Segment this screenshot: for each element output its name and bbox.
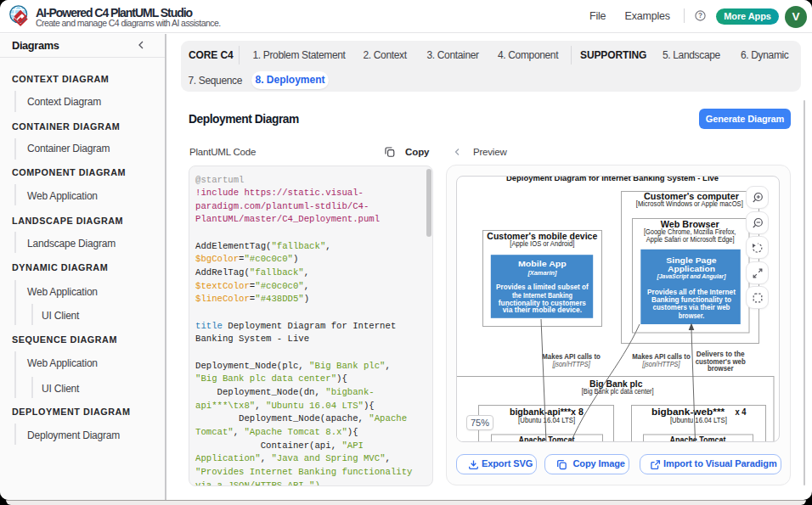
svg-text:Delivers to the: Delivers to the [696,351,745,358]
svg-text:x 4: x 4 [736,407,747,417]
svg-text:Apple Safari or Microsoft Edge: Apple Safari or Microsoft Edge] [646,236,735,244]
svg-text:Customer's mobile device: Customer's mobile device [487,231,597,241]
svg-text:Provides all of the Internet: Provides all of the Internet [647,288,736,296]
svg-text:[Ubuntu 16.04 LTS]: [Ubuntu 16.04 LTS] [670,417,727,424]
svg-text:Single Page: Single Page [666,255,717,265]
svg-text:browser: browser [708,365,734,373]
svg-text:Apache Tomcat: Apache Tomcat [519,435,575,441]
svg-text:Mobile App: Mobile App [518,259,567,268]
svg-text:Provides a limited subset of: Provides a limited subset of [496,283,589,291]
svg-text:[Ubuntu 16.04 LTS]: [Ubuntu 16.04 LTS] [518,417,575,424]
svg-text:[Microsoft Windows or Apple ma: [Microsoft Windows or Apple macOS] [636,200,743,208]
svg-text:[Big Bank plc data center]: [Big Bank plc data center] [582,388,654,396]
svg-text:via their mobile device.: via their mobile device. [503,306,583,314]
svg-text:[json/HTTPS]: [json/HTTPS] [641,361,680,368]
svg-text:Customer's computer: Customer's computer [644,191,739,201]
svg-text:[Xamarin]: [Xamarin] [527,269,556,277]
svg-text:[Apple IOS or Android]: [Apple IOS or Android] [510,240,574,248]
svg-text:[JavaScript and Angular]: [JavaScript and Angular] [657,272,726,280]
svg-text:Deployment Diagram for Interne: Deployment Diagram for Internet Banking … [506,177,719,182]
svg-text:Apache Tomcat: Apache Tomcat [670,435,726,441]
svg-text:[Google Chrome, Mozilla Firefo: [Google Chrome, Mozilla Firefox, [644,228,736,236]
svg-text:[json/HTTPS]: [json/HTTPS] [552,361,591,368]
svg-text:bigbank-web***: bigbank-web*** [651,407,725,417]
svg-text:bigbank-api***x 8: bigbank-api***x 8 [510,407,584,417]
svg-text:browser.: browser. [679,311,705,320]
svg-text:?: ? [698,12,702,20]
